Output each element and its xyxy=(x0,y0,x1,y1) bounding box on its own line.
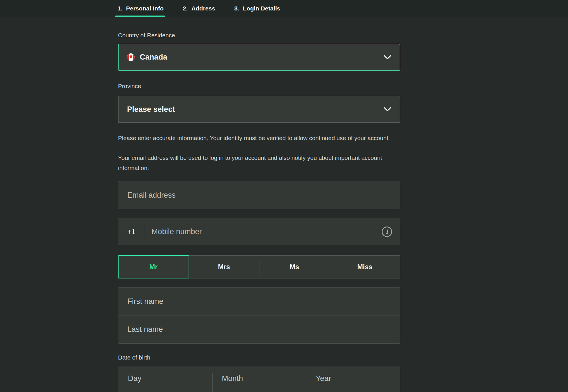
tab-label: Personal Info xyxy=(126,5,164,12)
tab-address[interactable]: 2. Address xyxy=(183,0,215,17)
country-select[interactable]: Canada xyxy=(118,44,400,71)
first-name-field[interactable] xyxy=(118,288,400,315)
mobile-number-field[interactable] xyxy=(152,220,382,244)
email-field[interactable] xyxy=(118,181,400,209)
tab-label: Login Details xyxy=(243,5,280,12)
dial-code[interactable]: +1 xyxy=(126,228,137,236)
title-option-ms[interactable]: Ms xyxy=(259,256,330,278)
tab-personal-info[interactable]: 1. Personal Info xyxy=(117,0,164,17)
dob-fields-group: Day Month Year xyxy=(118,367,400,392)
tab-login-details[interactable]: 3. Login Details xyxy=(234,0,280,17)
dob-month-field[interactable]: Month xyxy=(212,367,306,392)
title-option-mr[interactable]: Mr xyxy=(118,255,189,278)
dob-day-field[interactable]: Day xyxy=(118,367,212,392)
title-option-miss[interactable]: Miss xyxy=(330,256,400,278)
chevron-down-icon xyxy=(384,107,391,112)
title-option-mrs[interactable]: Mrs xyxy=(189,256,259,278)
registration-step-tabs: 1. Personal Info 2. Address 3. Login Det… xyxy=(0,0,568,17)
country-label: Country of Residence xyxy=(118,32,400,39)
name-fields-group xyxy=(118,287,400,344)
title-selector: Mr Mrs Ms Miss xyxy=(118,255,400,278)
mobile-number-group: +1 i xyxy=(118,218,400,245)
dial-code-divider xyxy=(144,224,144,239)
identity-verification-notice: Please enter accurate information. Your … xyxy=(118,133,400,143)
dob-year-field[interactable]: Year xyxy=(306,367,400,392)
tab-number: 1. xyxy=(117,5,123,12)
province-select[interactable]: Please select xyxy=(118,96,400,123)
canada-flag-icon xyxy=(127,53,135,61)
last-name-field[interactable] xyxy=(118,315,400,343)
dob-label: Date of birth xyxy=(118,354,400,361)
tab-number: 3. xyxy=(234,5,239,12)
personal-info-form: Country of Residence Canada Province Ple… xyxy=(118,32,400,392)
tab-number: 2. xyxy=(183,5,188,12)
info-icon[interactable]: i xyxy=(382,227,392,237)
chevron-down-icon xyxy=(384,55,391,60)
province-placeholder: Please select xyxy=(127,105,175,114)
email-usage-notice: Your email address will be used to log i… xyxy=(118,153,400,173)
province-label: Province xyxy=(118,82,400,90)
country-value: Canada xyxy=(140,53,167,62)
tab-label: Address xyxy=(191,5,215,12)
